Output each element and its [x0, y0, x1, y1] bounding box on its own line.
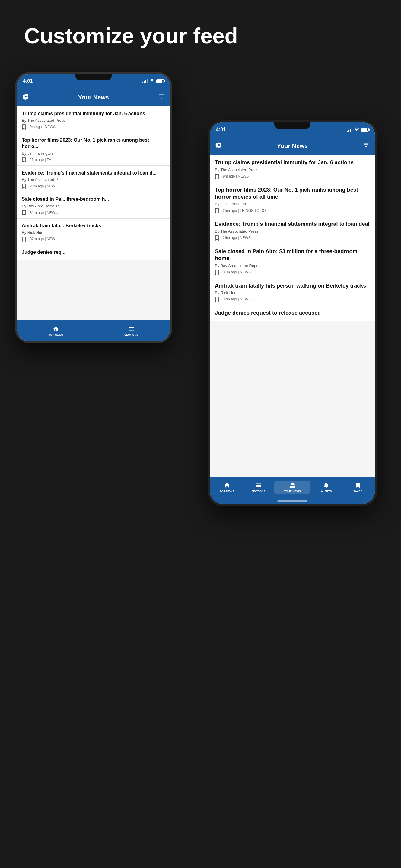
nav-label: TOP NEWS — [220, 490, 234, 493]
battery-icon-back — [156, 79, 164, 83]
news-author: By Bay Area Home Report — [215, 264, 370, 268]
nav-sections-front[interactable]: SECTIONS — [242, 482, 274, 493]
nav-your-news-front[interactable]: YOUR NEWS — [274, 481, 311, 494]
news-item[interactable]: Top horror films 2023: Our No. 1 pick ra… — [17, 133, 170, 166]
nav-alerts-front[interactable]: ALERTS — [311, 482, 342, 493]
status-time-back: 4:01 — [23, 79, 33, 84]
header-title-front: Your News — [277, 143, 308, 150]
news-author: By The Associated P... — [22, 177, 165, 182]
news-author: By Rick Hurd — [22, 230, 165, 235]
news-author: By Bay Area Home R... — [22, 204, 165, 208]
news-author: By The Associated Press — [22, 118, 165, 123]
news-author: By Rick Hurd — [215, 290, 370, 295]
home-indicator-front — [210, 498, 375, 504]
phone-front: 4:01 — [208, 120, 377, 506]
app-header-back: Your News — [17, 88, 170, 106]
news-item[interactable]: Amtrak train fatally hits person walking… — [210, 278, 375, 305]
news-item[interactable]: Judge denies req... — [17, 245, 170, 260]
news-title: Evidence: Trump's financial statements i… — [22, 170, 165, 176]
news-title: Evidence: Trump's financial statements i… — [215, 221, 370, 227]
news-list-front: Trump claims presidential immunity for J… — [210, 155, 375, 477]
app-header-front: Your News — [210, 137, 375, 155]
bottom-nav-front: TOP NEWS SECTIONS YOUR NEWS ALERTS SAVED — [210, 477, 375, 498]
phone-screen-front: 4:01 — [210, 122, 375, 504]
news-item[interactable]: Top horror films 2023: Our No. 1 pick ra… — [210, 182, 375, 217]
news-title: Judge denies request to release accused — [215, 310, 370, 316]
nav-label: ALERTS — [321, 490, 332, 493]
phones-container: 4:01 — [0, 60, 401, 783]
news-meta: | 25m ago | THINGS TO DO — [215, 208, 370, 213]
bottom-nav-back: TOP NEWS SECTIONS — [17, 320, 170, 341]
news-title: Trump claims presidential immunity for J… — [22, 111, 165, 117]
news-author: By The Associated Press — [215, 229, 370, 234]
news-item[interactable]: Judge denies request to release accused — [210, 305, 375, 321]
news-author: By Jim Harrington — [215, 202, 370, 206]
news-title: Sale closed in Palo Alto: $3 million for… — [215, 248, 370, 262]
news-item[interactable]: Trump claims presidential immunity for J… — [210, 155, 375, 182]
news-title: Top horror films 2023: Our No. 1 pick ra… — [215, 187, 370, 201]
status-icons-back — [142, 79, 164, 84]
nav-label: TOP NEWS — [49, 333, 63, 336]
news-item[interactable]: Evidence: Trump's financial statements i… — [17, 166, 170, 192]
news-meta: | 9m ago | NEWS — [215, 174, 370, 179]
news-meta: | 31m ago | NEWS — [215, 270, 370, 275]
signal-icon-back — [142, 79, 148, 83]
wifi-icon-front — [354, 127, 359, 132]
news-item[interactable]: Amtrak train fata... Berkeley tracks By … — [17, 218, 170, 245]
nav-saved-front[interactable]: SAVED — [342, 482, 374, 493]
nav-top-news-back[interactable]: TOP NEWS — [18, 326, 93, 336]
battery-icon-front — [361, 128, 369, 132]
news-meta: | 31m ago | NEW... — [22, 210, 165, 215]
news-meta: | 25m ago | THI... — [22, 157, 165, 162]
nav-sections-back[interactable]: SECTIONS — [93, 326, 169, 336]
news-item[interactable]: Trump claims presidential immunity for J… — [17, 106, 170, 133]
filter-icon-back[interactable] — [158, 93, 165, 101]
filter-icon-front[interactable] — [363, 142, 369, 150]
phone-notch-back — [76, 74, 112, 81]
news-title: Amtrak train fatally hits person walking… — [215, 282, 370, 289]
news-title: Top horror films 2023: Our No. 1 pick ra… — [22, 137, 165, 150]
header-title-back: Your News — [78, 94, 109, 101]
svg-rect-1 — [293, 486, 295, 486]
news-item[interactable]: Sale closed in Pa... three-bedroom h... … — [17, 192, 170, 218]
status-time-front: 4:01 — [216, 127, 226, 132]
news-meta: | 26m ago | NEW... — [22, 184, 165, 189]
news-author: By Jim Harrington — [22, 151, 165, 156]
gear-icon-front[interactable] — [216, 142, 222, 150]
status-icons-front — [347, 127, 369, 132]
news-title: Sale closed in Pa... three-bedroom h... — [22, 196, 165, 203]
news-item[interactable]: Sale closed in Palo Alto: $3 million for… — [210, 244, 375, 278]
nav-label: YOUR NEWS — [284, 490, 301, 493]
nav-top-news-front[interactable]: TOP NEWS — [211, 482, 242, 493]
wifi-icon-back — [150, 79, 154, 84]
news-meta: | 26m ago | NEWS — [215, 236, 370, 241]
news-meta: | 9m ago | NEWS — [22, 124, 165, 130]
svg-rect-0 — [293, 484, 295, 485]
page-title: Customize your feed — [0, 0, 401, 60]
news-meta: | 32m ago | NEWS — [215, 297, 370, 302]
phone-notch-front — [274, 122, 311, 129]
news-title: Amtrak train fata... Berkeley tracks — [22, 223, 165, 229]
news-title: Judge denies req... — [22, 249, 165, 255]
nav-label: SAVED — [353, 490, 362, 493]
news-meta: | 32m ago | NEW... — [22, 237, 165, 242]
news-title: Trump claims presidential immunity for J… — [215, 159, 370, 166]
phone-back: 4:01 — [15, 72, 172, 343]
phone-screen-back: 4:01 — [17, 74, 170, 341]
signal-icon-front — [347, 127, 352, 132]
news-item[interactable]: Evidence: Trump's financial statements i… — [210, 216, 375, 244]
news-list-back: Trump claims presidential immunity for J… — [17, 106, 170, 320]
nav-label: SECTIONS — [252, 490, 265, 493]
news-author: By The Associated Press — [215, 167, 370, 172]
gear-icon-back[interactable] — [22, 93, 29, 101]
nav-label: SECTIONS — [124, 333, 138, 336]
home-bar — [277, 500, 308, 501]
